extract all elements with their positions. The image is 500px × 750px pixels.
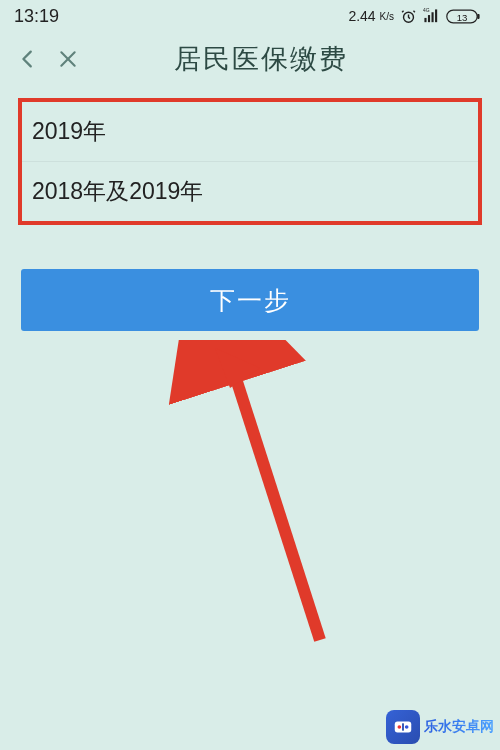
svg-line-11 xyxy=(230,360,320,640)
signal-icon: 4G xyxy=(423,7,440,26)
alarm-icon xyxy=(400,7,417,26)
svg-rect-4 xyxy=(435,10,437,23)
option-label: 2018年及2019年 xyxy=(32,178,203,204)
svg-point-15 xyxy=(405,725,409,729)
next-button-label: 下一步 xyxy=(210,284,291,317)
status-time: 13:19 xyxy=(14,6,59,27)
nav-bar: 居民医保缴费 xyxy=(0,30,500,88)
svg-rect-16 xyxy=(402,723,404,730)
svg-point-14 xyxy=(398,725,402,729)
annotation-arrow-icon xyxy=(120,340,340,660)
watermark-text: 乐水安卓网 xyxy=(424,718,494,736)
net-speed-unit: K/s xyxy=(380,11,394,22)
battery-icon: 13 xyxy=(446,7,486,26)
option-label: 2019年 xyxy=(32,118,106,144)
battery-text: 13 xyxy=(457,12,468,23)
back-button[interactable] xyxy=(8,39,48,79)
svg-rect-3 xyxy=(432,13,434,23)
status-right-cluster: 2.44 K/s 4G 13 xyxy=(348,7,486,26)
page-title: 居民医保缴费 xyxy=(88,41,434,77)
net-speed: 2.44 K/s xyxy=(348,8,394,24)
option-2019[interactable]: 2019年 xyxy=(22,102,478,162)
close-button[interactable] xyxy=(48,39,88,79)
svg-text:4G: 4G xyxy=(423,9,430,14)
main-content: 2019年 2018年及2019年 下一步 xyxy=(0,88,500,331)
watermark: 乐水安卓网 xyxy=(386,710,494,744)
option-2018-2019[interactable]: 2018年及2019年 xyxy=(22,162,478,221)
watermark-logo-icon xyxy=(386,710,420,744)
next-button[interactable]: 下一步 xyxy=(21,269,479,331)
svg-rect-2 xyxy=(428,15,430,22)
status-bar: 13:19 2.44 K/s 4G 13 xyxy=(0,0,500,30)
chevron-left-icon xyxy=(17,48,39,70)
svg-marker-12 xyxy=(215,348,260,388)
spacer xyxy=(18,225,482,269)
net-speed-value: 2.44 xyxy=(348,8,375,24)
svg-rect-1 xyxy=(424,18,426,22)
options-highlight-box: 2019年 2018年及2019年 xyxy=(18,98,482,225)
svg-rect-7 xyxy=(477,14,479,19)
close-icon xyxy=(58,49,78,69)
